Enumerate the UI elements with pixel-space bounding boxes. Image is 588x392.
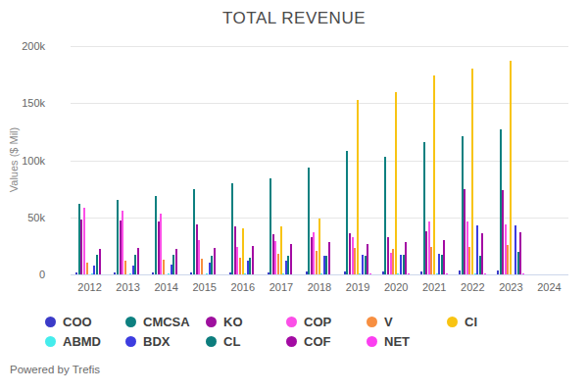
x-tick-2023: 2023	[492, 281, 530, 293]
bar-COF-2013[interactable]	[137, 248, 139, 274]
legend-item-KO[interactable]: KO	[206, 314, 286, 329]
legend-dot-V	[367, 317, 377, 327]
bar-COF-2016[interactable]	[252, 246, 254, 274]
bar-COF-2022[interactable]	[481, 233, 483, 274]
legend-dot-COO	[45, 317, 56, 327]
x-tick-2019: 2019	[339, 281, 377, 293]
legend-dot-COF	[286, 336, 297, 347]
x-tick-2015: 2015	[185, 281, 223, 293]
legend-dot-CL	[206, 336, 217, 347]
bar-CI-2022[interactable]	[471, 69, 473, 274]
legend-item-CL[interactable]: CL	[206, 333, 286, 349]
x-tick-2020: 2020	[377, 281, 416, 293]
bar-COF-2017[interactable]	[290, 244, 292, 274]
x-tick-2016: 2016	[223, 281, 262, 293]
legend-label-COF: COF	[304, 334, 330, 349]
legend-label-V: V	[384, 315, 393, 329]
bar-group-2024	[530, 46, 568, 274]
x-tick-2018: 2018	[300, 281, 338, 293]
bar-CI-2023[interactable]	[510, 61, 512, 274]
legend-label-COP: COP	[304, 315, 331, 329]
bar-group-2019	[339, 46, 377, 274]
bar-group-2023	[492, 46, 530, 274]
bar-group-2015	[185, 46, 223, 274]
bar-COF-2020[interactable]	[405, 242, 407, 274]
bar-NET-2019[interactable]	[369, 273, 371, 274]
legend: COOCMCSAKOCOPVCIABMDBDXCLCOFNET	[45, 314, 564, 349]
bar-group-2018	[300, 46, 338, 274]
legend-label-NET: NET	[384, 334, 410, 349]
powered-by-text: Powered by Trefis	[10, 364, 100, 375]
bar-COF-2012[interactable]	[99, 249, 101, 274]
plot-area	[71, 46, 568, 274]
bar-V-2014[interactable]	[163, 260, 165, 274]
legend-label-CL: CL	[223, 334, 240, 349]
legend-dot-KO	[206, 317, 217, 327]
bar-COF-2019[interactable]	[367, 244, 368, 274]
bar-group-2022	[454, 46, 492, 274]
bar-CI-2020[interactable]	[395, 92, 397, 274]
legend-dot-CI	[447, 317, 458, 327]
legend-item-COF[interactable]: COF	[286, 333, 367, 349]
revenue-chart: TOTAL REVENUE Values ($ Mil) 050k100k150…	[0, 0, 588, 392]
bar-group-2021	[416, 46, 454, 274]
x-tick-2012: 2012	[71, 281, 109, 293]
legend-dot-NET	[367, 336, 377, 347]
bar-V-2013[interactable]	[124, 261, 126, 274]
bar-COF-2023[interactable]	[519, 232, 521, 274]
bar-group-2017	[262, 46, 300, 274]
bar-CI-2017[interactable]	[280, 226, 282, 274]
legend-item-V[interactable]: V	[367, 314, 447, 329]
y-tick-100k: 100k	[6, 155, 45, 167]
bar-group-2013	[109, 46, 147, 274]
bar-group-2016	[223, 46, 262, 274]
legend-dot-COP	[286, 317, 297, 327]
bar-V-2015[interactable]	[201, 259, 203, 274]
bar-COF-2015[interactable]	[214, 248, 216, 274]
legend-item-COO[interactable]: COO	[45, 314, 125, 329]
legend-item-CMCSA[interactable]: CMCSA	[125, 314, 206, 329]
legend-item-BDX[interactable]: BDX	[125, 333, 206, 349]
gridline-0	[71, 274, 568, 275]
bar-CI-2021[interactable]	[433, 75, 435, 274]
x-tick-2021: 2021	[416, 281, 454, 293]
legend-item-ABMD[interactable]: ABMD	[45, 333, 125, 349]
legend-label-COO: COO	[63, 315, 92, 329]
bar-group-2014	[147, 46, 185, 274]
bar-group-2020	[377, 46, 416, 274]
y-tick-50k: 50k	[6, 212, 45, 223]
bar-NET-2021[interactable]	[446, 273, 448, 274]
bar-NET-2020[interactable]	[408, 273, 410, 274]
x-tick-2017: 2017	[262, 281, 300, 293]
bar-COF-2014[interactable]	[175, 249, 177, 274]
bar-COF-2021[interactable]	[443, 240, 445, 274]
legend-dot-ABMD	[45, 336, 56, 347]
x-tick-2022: 2022	[454, 281, 492, 293]
x-tick-2013: 2013	[109, 281, 147, 293]
legend-label-KO: KO	[223, 315, 243, 329]
bar-NET-2023[interactable]	[522, 273, 524, 275]
bar-CI-2016[interactable]	[242, 228, 244, 274]
legend-item-CI[interactable]: CI	[447, 314, 527, 329]
bar-CI-2019[interactable]	[357, 100, 359, 274]
y-tick-200k: 200k	[6, 40, 45, 52]
bar-V-2012[interactable]	[86, 263, 88, 274]
y-tick-150k: 150k	[6, 97, 45, 109]
bar-COF-2018[interactable]	[328, 242, 330, 274]
y-tick-0: 0	[6, 269, 45, 280]
bar-CI-2018[interactable]	[318, 219, 320, 274]
bar-NET-2022[interactable]	[484, 273, 486, 274]
legend-label-CMCSA: CMCSA	[143, 315, 190, 329]
legend-label-CI: CI	[465, 315, 477, 329]
legend-item-NET[interactable]: NET	[367, 333, 447, 349]
x-tick-2014: 2014	[147, 281, 185, 293]
chart-title: TOTAL REVENUE	[0, 9, 588, 28]
x-tick-2024: 2024	[530, 281, 568, 293]
bar-group-2012	[71, 46, 109, 274]
legend-label-BDX: BDX	[143, 334, 170, 349]
legend-dot-BDX	[125, 336, 136, 347]
legend-label-ABMD: ABMD	[63, 334, 101, 349]
legend-item-COP[interactable]: COP	[286, 314, 367, 329]
legend-dot-CMCSA	[125, 317, 136, 327]
